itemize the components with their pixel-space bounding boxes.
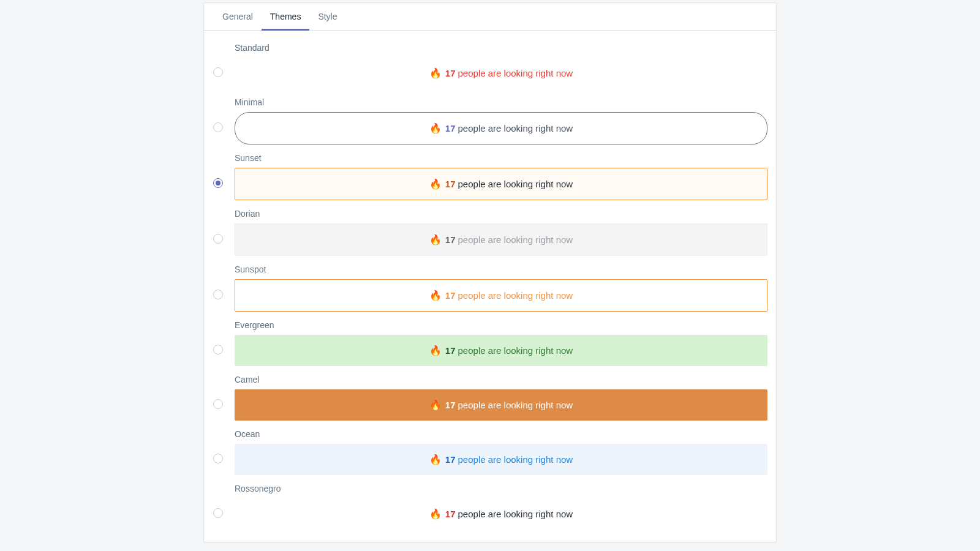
- theme-label: Sunset: [235, 153, 767, 163]
- theme-option-evergreen[interactable]: Evergreen🔥17 people are looking right no…: [235, 320, 767, 366]
- fire-icon: 🔥: [429, 67, 442, 79]
- theme-row-dorian: Dorian🔥17 people are looking right now: [213, 209, 767, 256]
- theme-preview-standard: 🔥17 people are looking right now: [235, 58, 767, 89]
- tab-style[interactable]: Style: [309, 3, 345, 31]
- viewer-count: 17: [445, 345, 456, 356]
- theme-preview-dorian: 🔥17 people are looking right now: [235, 223, 767, 256]
- theme-row-camel: Camel🔥17 people are looking right now: [213, 375, 767, 421]
- viewer-tail: people are looking right now: [458, 454, 573, 465]
- radio-rossonegro[interactable]: [213, 508, 223, 518]
- theme-preview-minimal: 🔥17 people are looking right now: [235, 112, 767, 144]
- theme-row-sunset: Sunset🔥17 people are looking right now: [213, 153, 767, 200]
- viewer-count: 17: [445, 68, 456, 78]
- fire-icon: 🔥: [429, 508, 442, 520]
- theme-label: Camel: [235, 375, 767, 384]
- radio-sunset[interactable]: [213, 178, 223, 188]
- themes-panel: Standard🔥17 people are looking right now…: [204, 31, 776, 542]
- fire-icon: 🔥: [429, 122, 442, 134]
- fire-icon: 🔥: [429, 345, 442, 356]
- theme-preview-rossonegro: 🔥17 people are looking right now: [235, 498, 767, 530]
- viewer-count: 17: [445, 179, 456, 189]
- theme-preview-sunspot: 🔥17 people are looking right now: [235, 279, 767, 312]
- radio-ocean[interactable]: [213, 454, 223, 463]
- theme-label: Evergreen: [235, 320, 767, 330]
- viewer-count: 17: [445, 123, 456, 133]
- viewer-tail: people are looking right now: [458, 509, 573, 519]
- viewer-tail: people are looking right now: [458, 400, 573, 410]
- theme-label: Standard: [235, 43, 767, 53]
- viewer-count: 17: [445, 234, 456, 245]
- viewer-tail: people are looking right now: [458, 345, 573, 356]
- fire-icon: 🔥: [429, 234, 442, 246]
- theme-preview-sunset: 🔥17 people are looking right now: [235, 168, 767, 200]
- theme-option-ocean[interactable]: Ocean🔥17 people are looking right now: [235, 429, 767, 475]
- viewer-count: 17: [445, 290, 456, 301]
- theme-label: Ocean: [235, 429, 767, 439]
- viewer-tail: people are looking right now: [458, 123, 573, 133]
- theme-option-camel[interactable]: Camel🔥17 people are looking right now: [235, 375, 767, 421]
- theme-option-rossonegro[interactable]: Rossonegro🔥17 people are looking right n…: [235, 484, 767, 530]
- viewer-tail: people are looking right now: [458, 234, 573, 245]
- theme-label: Minimal: [235, 97, 767, 107]
- settings-card: GeneralThemesStyle Standard🔥17 people ar…: [203, 2, 777, 542]
- theme-option-sunspot[interactable]: Sunspot🔥17 people are looking right now: [235, 264, 767, 312]
- radio-minimal[interactable]: [213, 122, 223, 132]
- viewer-tail: people are looking right now: [458, 290, 573, 301]
- radio-evergreen[interactable]: [213, 345, 223, 354]
- radio-dorian[interactable]: [213, 234, 223, 244]
- theme-option-sunset[interactable]: Sunset🔥17 people are looking right now: [235, 153, 767, 200]
- fire-icon: 🔥: [429, 178, 442, 190]
- theme-row-standard: Standard🔥17 people are looking right now: [213, 43, 767, 89]
- radio-camel[interactable]: [213, 399, 223, 409]
- radio-sunspot[interactable]: [213, 290, 223, 299]
- theme-preview-evergreen: 🔥17 people are looking right now: [235, 335, 767, 366]
- fire-icon: 🔥: [429, 399, 442, 411]
- viewer-count: 17: [445, 509, 456, 519]
- theme-row-rossonegro: Rossonegro🔥17 people are looking right n…: [213, 484, 767, 530]
- viewer-tail: people are looking right now: [458, 68, 573, 78]
- tab-bar: GeneralThemesStyle: [204, 3, 776, 31]
- theme-preview-ocean: 🔥17 people are looking right now: [235, 444, 767, 475]
- theme-row-evergreen: Evergreen🔥17 people are looking right no…: [213, 320, 767, 366]
- theme-label: Rossonegro: [235, 484, 767, 493]
- theme-label: Dorian: [235, 209, 767, 219]
- theme-row-sunspot: Sunspot🔥17 people are looking right now: [213, 264, 767, 312]
- theme-label: Sunspot: [235, 264, 767, 274]
- theme-option-minimal[interactable]: Minimal🔥17 people are looking right now: [235, 97, 767, 144]
- radio-standard[interactable]: [213, 67, 223, 77]
- theme-row-minimal: Minimal🔥17 people are looking right now: [213, 97, 767, 144]
- viewer-count: 17: [445, 454, 456, 465]
- theme-preview-camel: 🔥17 people are looking right now: [235, 389, 767, 421]
- theme-option-standard[interactable]: Standard🔥17 people are looking right now: [235, 43, 767, 89]
- theme-option-dorian[interactable]: Dorian🔥17 people are looking right now: [235, 209, 767, 256]
- viewer-count: 17: [445, 400, 456, 410]
- tab-themes[interactable]: Themes: [262, 3, 310, 31]
- fire-icon: 🔥: [429, 290, 442, 301]
- tab-general[interactable]: General: [214, 3, 262, 31]
- fire-icon: 🔥: [429, 454, 442, 465]
- theme-row-ocean: Ocean🔥17 people are looking right now: [213, 429, 767, 475]
- viewer-tail: people are looking right now: [458, 179, 573, 189]
